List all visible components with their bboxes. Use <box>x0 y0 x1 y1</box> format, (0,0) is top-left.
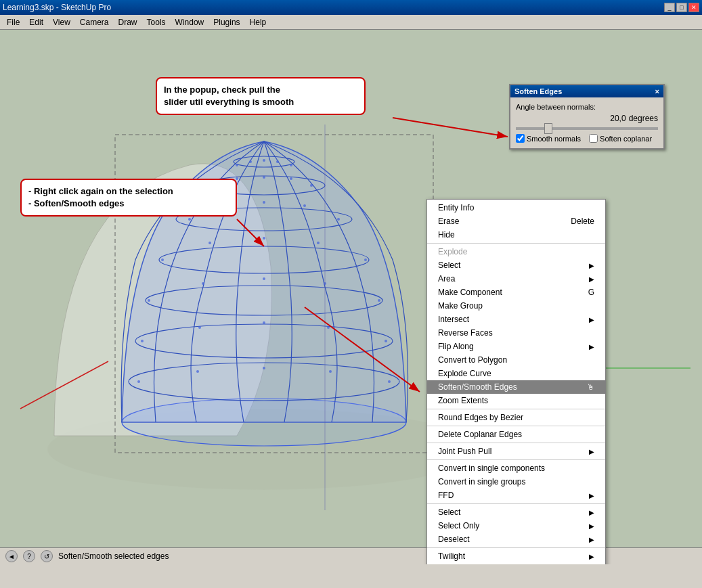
ctx-deselect[interactable]: Deselect▶ <box>427 533 605 546</box>
ctx-erase[interactable]: EraseDelete <box>427 214 605 228</box>
ctx-round-edges[interactable]: Round Edges by Bezier <box>427 411 605 424</box>
ctx-sep-1 <box>427 243 605 244</box>
title-bar-buttons: _ □ ✕ <box>664 3 699 12</box>
soften-panel-title-text: Soften Edges <box>514 87 562 95</box>
ctx-hide[interactable]: Hide <box>427 228 605 242</box>
svg-point-12 <box>249 160 252 163</box>
ctx-convert-single-comp[interactable]: Convert in single components <box>427 461 605 475</box>
ctx-zoom-extents[interactable]: Zoom Extents <box>427 394 605 407</box>
ctx-uv-tools[interactable]: UV Tools▶ <box>427 563 605 564</box>
ctx-delete-coplanar[interactable]: Delete Coplanar Edges <box>427 428 605 441</box>
maximize-button[interactable]: □ <box>676 3 687 12</box>
svg-point-14 <box>276 160 279 163</box>
status-icon-refresh[interactable]: ↺ <box>41 550 53 562</box>
svg-point-19 <box>290 177 292 180</box>
ctx-select[interactable]: Select▶ <box>427 258 605 272</box>
svg-point-24 <box>303 204 306 207</box>
ctx-sep-6 <box>427 503 605 504</box>
menu-tools[interactable]: Tools <box>143 16 170 28</box>
angle-label: Angle between normals: <box>516 103 658 111</box>
soften-slider[interactable] <box>516 127 658 130</box>
svg-point-18 <box>263 176 265 179</box>
smooth-normals-label: Smooth normals <box>527 135 581 143</box>
menu-draw[interactable]: Draw <box>114 16 141 28</box>
status-icon-back[interactable]: ◄ <box>5 550 18 562</box>
smooth-normals-check[interactable]: Smooth normals <box>516 134 581 143</box>
title-text: Learning3.skp - SketchUp Pro <box>3 3 111 12</box>
ctx-sep-3 <box>427 426 605 426</box>
svg-point-29 <box>317 242 320 244</box>
soften-slider-thumb[interactable] <box>544 123 552 134</box>
ctx-sep-7 <box>427 547 605 548</box>
ctx-make-group[interactable]: Make Group <box>427 299 605 313</box>
callout2: - Right click again on the selection - S… <box>20 179 237 217</box>
svg-point-40 <box>385 340 387 342</box>
ctx-entity-info[interactable]: Entity Info <box>427 201 605 214</box>
ctx-select-only[interactable]: Select Only▶ <box>427 519 605 533</box>
svg-point-28 <box>263 237 265 240</box>
viewport: In the popup, check pull theslider util … <box>0 30 702 564</box>
angle-unit: degrees <box>629 114 658 123</box>
svg-point-41 <box>137 380 140 383</box>
ctx-make-component[interactable]: Make ComponentG <box>427 286 605 299</box>
svg-point-35 <box>378 299 380 302</box>
ctx-twilight[interactable]: Twilight▶ <box>427 549 605 563</box>
soften-coplanar-label: Soften coplanar <box>600 135 652 143</box>
ctx-intersect[interactable]: Intersect▶ <box>427 313 605 326</box>
callout2-line2: - Soften/Smooth edges <box>28 198 125 208</box>
svg-point-21 <box>188 218 191 221</box>
svg-point-31 <box>148 299 150 302</box>
menu-plugins[interactable]: Plugins <box>209 16 244 28</box>
menu-edit[interactable]: Edit <box>25 16 47 28</box>
svg-point-38 <box>263 321 265 324</box>
svg-point-15 <box>290 164 292 166</box>
svg-point-17 <box>236 177 238 180</box>
svg-point-44 <box>329 370 332 373</box>
smooth-normals-checkbox[interactable] <box>516 134 525 143</box>
menu-view[interactable]: View <box>49 16 74 28</box>
ctx-explode-curve[interactable]: Explode Curve <box>427 367 605 380</box>
soften-panel-close[interactable]: × <box>655 87 659 95</box>
menu-window[interactable]: Window <box>171 16 209 28</box>
menu-file[interactable]: File <box>3 16 24 28</box>
status-icon-help[interactable]: ? <box>23 550 35 562</box>
svg-point-36 <box>141 340 144 342</box>
minimize-button[interactable]: _ <box>664 3 675 12</box>
soften-checkboxes: Smooth normals Soften coplanar <box>516 134 658 143</box>
ctx-reverse-faces[interactable]: Reverse Faces <box>427 326 605 340</box>
ctx-sep-5 <box>427 459 605 460</box>
svg-point-30 <box>364 258 367 261</box>
ctx-select-2[interactable]: Select▶ <box>427 505 605 519</box>
svg-point-42 <box>196 370 199 373</box>
soften-panel-content: Angle between normals: 20,0 degrees Smoo… <box>510 97 663 148</box>
angle-value: 20,0 <box>610 114 626 123</box>
svg-point-20 <box>310 184 313 187</box>
ctx-explode: Explode <box>427 245 605 258</box>
close-button[interactable]: ✕ <box>688 3 699 12</box>
ctx-sep-2 <box>427 409 605 409</box>
ctx-convert-polygon[interactable]: Convert to Polygon <box>427 353 605 367</box>
menu-camera[interactable]: Camera <box>76 16 113 28</box>
svg-point-27 <box>209 242 211 244</box>
svg-point-26 <box>161 258 164 261</box>
ctx-ffd[interactable]: FFD▶ <box>427 489 605 502</box>
svg-point-25 <box>337 218 340 221</box>
ctx-convert-single-group[interactable]: Convert in single groups <box>427 475 605 489</box>
title-bar: Learning3.skp - SketchUp Pro _ □ ✕ <box>0 0 702 15</box>
svg-point-32 <box>202 282 204 285</box>
svg-point-13 <box>263 159 265 162</box>
ctx-area[interactable]: Area▶ <box>427 272 605 286</box>
ctx-flip-along[interactable]: Flip Along▶ <box>427 340 605 353</box>
soften-coplanar-check[interactable]: Soften coplanar <box>589 134 652 143</box>
angle-row: 20,0 degrees <box>516 114 658 123</box>
ctx-soften-smooth[interactable]: Soften/Smooth Edges🖱 <box>427 380 605 394</box>
slider-container <box>516 127 658 130</box>
svg-point-39 <box>327 326 330 329</box>
callout1: In the popup, check pull theslider util … <box>156 77 366 115</box>
ctx-joint-push-pull[interactable]: Joint Push Pull▶ <box>427 445 605 458</box>
menu-help[interactable]: Help <box>246 16 271 28</box>
status-text: Soften/Smooth selected edges <box>58 551 169 561</box>
context-menu: Entity Info EraseDelete Hide Explode Sel… <box>426 199 606 564</box>
soften-coplanar-checkbox[interactable] <box>589 134 598 143</box>
soften-panel-title: Soften Edges × <box>510 85 663 97</box>
